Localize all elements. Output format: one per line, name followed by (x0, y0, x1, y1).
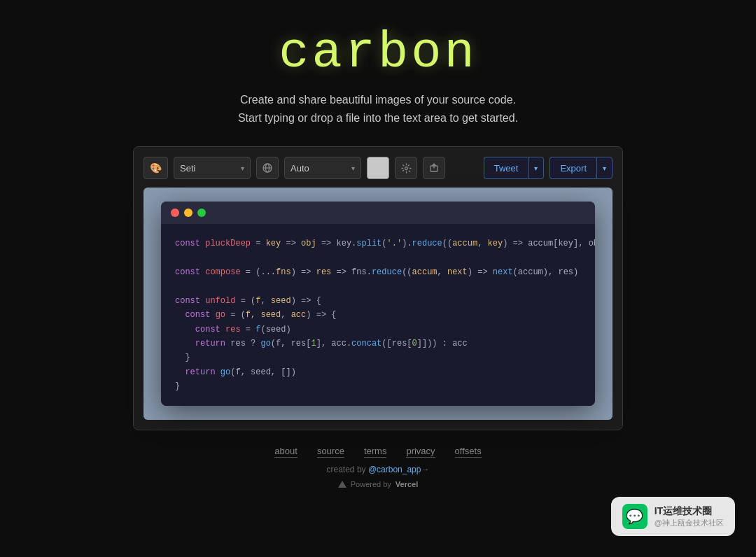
footer-links: about source terms privacy offsets (274, 446, 481, 458)
header: carbon Create and share beautiful images… (238, 28, 518, 127)
code-line-8: return res ? go(f, res[1], acc.concat([r… (175, 337, 581, 351)
toolbar: 🎨 Seti ▾ Auto ▾ (144, 157, 612, 179)
footer: about source terms privacy offsets creat… (274, 446, 481, 488)
subtitle-line1: Create and share beautiful images of you… (238, 91, 518, 109)
code-line-1: const pluckDeep = key => obj => key.spli… (175, 237, 581, 251)
settings-btn[interactable] (395, 157, 417, 179)
created-by-label: created by (327, 465, 368, 474)
preview-area: const pluckDeep = key => obj => key.spli… (144, 188, 612, 420)
powered-by-label: Powered by (351, 480, 391, 488)
export-dropdown-btn[interactable]: ▾ (596, 157, 612, 179)
code-line-4 (175, 279, 581, 293)
window-dot-red (171, 209, 179, 217)
logo-title: carbon (238, 28, 518, 78)
code-line-7: const res = f(seed) (175, 323, 581, 337)
code-body[interactable]: const pluckDeep = key => obj => key.spli… (161, 224, 595, 406)
subtitle: Create and share beautiful images of you… (238, 91, 518, 127)
window-dot-yellow (184, 209, 192, 217)
carbon-handle[interactable]: @carbon_app (368, 465, 421, 474)
lang-chevron-icon: ▾ (351, 164, 355, 172)
window-dot-green (197, 209, 206, 217)
arrow: → (421, 465, 429, 474)
theme-label: Seti (180, 163, 195, 174)
vercel-badge: Powered by Vercel (274, 480, 481, 488)
tweet-button[interactable]: Tweet (484, 157, 528, 179)
footer-link-privacy[interactable]: privacy (406, 446, 435, 458)
theme-icon-btn[interactable]: 🎨 (144, 157, 168, 179)
footer-link-offsets[interactable]: offsets (455, 446, 482, 458)
watermark-text-block: IT运维技术圈 @神上瓯金技术社区 (654, 505, 724, 528)
vercel-triangle-icon (338, 481, 346, 488)
tweet-dropdown-btn[interactable]: ▾ (528, 157, 544, 179)
watermark-title: IT运维技术圈 (654, 505, 724, 518)
footer-link-source[interactable]: source (317, 446, 344, 458)
window-titlebar (161, 202, 595, 224)
theme-selector[interactable]: Seti ▾ (174, 157, 251, 179)
code-window: const pluckDeep = key => obj => key.spli… (161, 202, 595, 406)
tweet-btn-group: Tweet ▾ (484, 157, 545, 179)
svg-point-3 (405, 167, 407, 169)
watermark: 💬 IT运维技术圈 @神上瓯金技术社区 (611, 497, 735, 536)
watermark-subtitle: @神上瓯金技术社区 (654, 518, 724, 528)
theme-chevron-icon: ▾ (241, 164, 244, 172)
watermark-icon: 💬 (622, 504, 648, 529)
editor-container: 🎨 Seti ▾ Auto ▾ (133, 146, 623, 430)
lang-icon-btn[interactable] (256, 157, 279, 179)
code-line-6: const go = (f, seed, acc) => { (175, 308, 581, 322)
footer-link-terms[interactable]: terms (364, 446, 387, 458)
code-line-5: const unfold = (f, seed) => { (175, 294, 581, 308)
code-line-11: } (175, 379, 581, 393)
color-picker-btn[interactable] (367, 157, 389, 179)
vercel-name[interactable]: Vercel (396, 480, 418, 488)
language-selector[interactable]: Auto ▾ (284, 157, 361, 179)
export-icon-btn[interactable] (423, 157, 445, 179)
code-line-9: } (175, 351, 581, 365)
subtitle-line2: Start typing or drop a file into the tex… (238, 109, 518, 127)
created-by: created by @carbon_app→ (274, 465, 481, 474)
code-line-10: return go(f, seed, []) (175, 365, 581, 379)
lang-label: Auto (290, 163, 309, 174)
footer-link-about[interactable]: about (274, 446, 298, 458)
export-btn-group: Export ▾ (550, 157, 612, 179)
export-button[interactable]: Export (550, 157, 596, 179)
code-line-2 (175, 251, 581, 265)
code-line-3: const compose = (...fns) => res => fns.r… (175, 265, 581, 279)
